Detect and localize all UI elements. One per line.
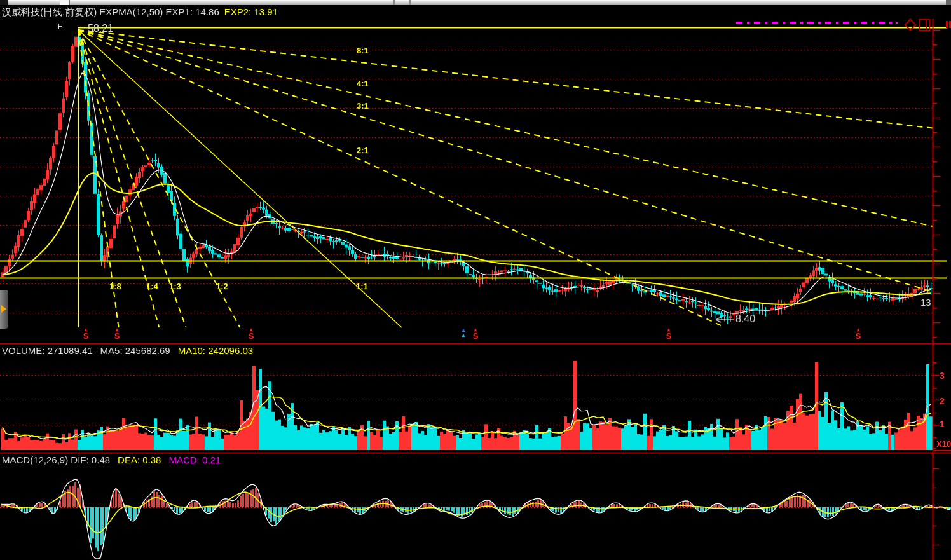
header-text: MA10: 242096.03 — [178, 345, 253, 356]
sell-letter: S — [470, 332, 481, 340]
app-window: 汉威科技(日线.前复权) EXPMA(12,50) EXP1: 14.86EXP… — [0, 0, 951, 560]
buy-arrow-icon: ▲ — [458, 332, 469, 338]
sell-signal-marker: ▲S — [245, 327, 257, 340]
toolbar-strip[interactable] — [0, 0, 951, 5]
window-box-icon[interactable] — [919, 19, 930, 31]
peak-price-label: 58.21 — [88, 23, 113, 34]
panel-expand-tab[interactable] — [0, 290, 8, 329]
gann-ratio-label: 2:1 — [357, 146, 369, 155]
sell-signal-marker: ▲S — [111, 327, 123, 340]
header-text: 汉威科技(日线.前复权) EXPMA(12,50) EXP1: 14.86 — [2, 6, 219, 17]
volume-header: VOLUME: 271089.41MA5: 245682.69MA10: 242… — [2, 345, 261, 356]
toolbar-divider — [393, 0, 395, 5]
window-box-icon-inner — [926, 20, 927, 30]
chart-title: 汉威科技(日线.前复权) EXPMA(12,50) EXP1: 14.86EXP… — [2, 6, 283, 18]
sell-letter: S — [245, 332, 257, 340]
header-text: VOLUME: 271089.41 — [2, 345, 93, 356]
gann-ratio-label: 1:8 — [109, 282, 121, 291]
gann-ratio-label: 1:4 — [146, 282, 158, 291]
sell-signal-marker: ▲S — [663, 327, 674, 340]
gann-ratio-label: 8:1 — [357, 46, 369, 55]
sell-letter: S — [852, 332, 864, 340]
clipped-edge-icon — [946, 21, 951, 28]
toolbar-segment — [946, 0, 951, 5]
expand-arrow-icon — [1, 305, 6, 313]
header-text: MA5: 245682.69 — [100, 345, 170, 356]
header-text: MACD: 0.21 — [168, 454, 221, 465]
low-price-label: 8.40 — [735, 313, 755, 325]
sell-signal-marker: ▲S — [470, 327, 481, 340]
gann-ratio-label: 3:1 — [357, 101, 369, 111]
gann-ratio-label: 1:3 — [169, 282, 181, 291]
buy-signal-marker: ▲▲ — [458, 327, 469, 338]
sell-letter: S — [80, 332, 92, 340]
volume-multiplier-box: X10 — [934, 437, 951, 451]
sell-letter: S — [111, 332, 123, 340]
volume-axis-label: 2 — [940, 396, 945, 406]
macd-header: MACD(12,26,9) DIF: 0.48DEA: 0.38MACD: 0.… — [2, 454, 228, 465]
toolbar-segment — [0, 0, 8, 5]
last-price-label: 13 — [920, 297, 931, 308]
gann-ratio-label: 1:2 — [216, 282, 228, 291]
header-text: EXP2: 13.91 — [224, 6, 278, 17]
sell-signal-marker: ▲S — [852, 327, 864, 340]
sell-signal-marker: ▲S — [80, 327, 92, 340]
volume-axis-label: 1 — [940, 419, 945, 429]
toolbar-divider — [409, 0, 411, 5]
event-flag-label: F — [58, 22, 62, 30]
gann-ratio-label: 4:1 — [357, 79, 369, 88]
gann-ratio-label: 1:1 — [356, 282, 368, 291]
header-text: MACD(12,26,9) DIF: 0.48 — [2, 454, 110, 465]
sell-letter: S — [663, 332, 674, 340]
header-text: DEA: 0.38 — [118, 454, 161, 465]
volume-axis-label: 3 — [940, 371, 945, 381]
volume-multiplier-label: X10 — [936, 439, 951, 449]
chart-canvas[interactable] — [0, 0, 951, 560]
toolbar-button[interactable] — [60, 0, 70, 5]
